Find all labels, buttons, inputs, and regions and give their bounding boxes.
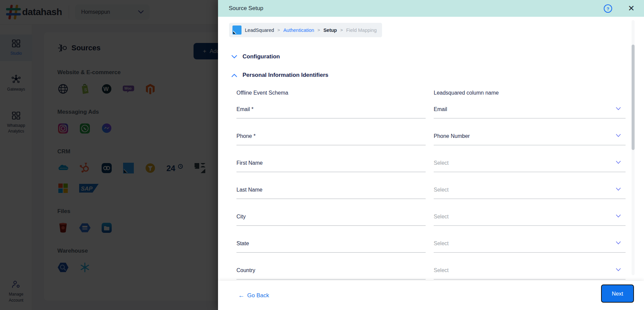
input-underline	[236, 199, 426, 199]
modal-title: Source Setup	[229, 5, 263, 12]
column-select-city[interactable]: Select	[434, 210, 626, 237]
mapping-row-state: State Select	[236, 237, 626, 264]
schema-label: State	[236, 241, 249, 247]
schema-label: Phone *	[236, 133, 256, 139]
schema-label: First Name	[236, 160, 263, 166]
mapping-row-last-name: Last Name Select	[236, 184, 626, 210]
back-arrow-icon: ←	[238, 292, 245, 299]
mapping-row-email: Email * Email	[236, 103, 626, 130]
schema-field-first-name[interactable]: First Name	[236, 157, 426, 184]
select-value: Phone Number	[434, 133, 470, 139]
input-underline	[236, 252, 426, 253]
breadcrumb-separator: >	[277, 28, 280, 33]
help-button[interactable]: ?	[603, 4, 612, 13]
mapping-row-city: City Select	[236, 210, 626, 237]
breadcrumb: LeadSquared > Authentication > Setup > F…	[229, 23, 382, 37]
field-mapping-form: Email * Email Phone * Phone Number	[236, 103, 626, 281]
column-select-last-name[interactable]: Select	[434, 184, 626, 210]
input-underline	[236, 172, 426, 172]
chevron-down-icon	[616, 268, 621, 271]
svg-text:?: ?	[606, 6, 609, 11]
section-personal-information-identifiers[interactable]: Personal Information Identifiers	[218, 71, 644, 80]
modal-scrollbar-track[interactable]	[632, 20, 635, 275]
modal-header: Source Setup ? ✕	[218, 0, 644, 17]
chevron-down-icon	[616, 214, 621, 218]
column-select-state[interactable]: Select	[434, 237, 626, 264]
schema-field-phone[interactable]: Phone *	[236, 130, 426, 157]
chevron-down-icon	[231, 55, 237, 59]
column-select-email[interactable]: Email	[434, 103, 626, 130]
schema-field-email[interactable]: Email *	[236, 103, 426, 130]
breadcrumb-leadsquared: LeadSquared	[245, 28, 274, 33]
input-underline	[434, 225, 626, 226]
mapping-row-phone: Phone * Phone Number	[236, 130, 626, 157]
input-underline	[434, 252, 626, 253]
column-select-phone[interactable]: Phone Number	[434, 130, 626, 157]
input-underline	[236, 118, 426, 118]
chevron-down-icon	[616, 188, 621, 191]
chevron-up-icon	[231, 73, 237, 77]
column-select-country[interactable]: Select	[434, 264, 626, 281]
select-placeholder: Select	[434, 214, 448, 220]
go-back-button[interactable]: ← Go Back	[238, 292, 269, 299]
input-underline	[434, 279, 626, 279]
mapping-row-first-name: First Name Select	[236, 157, 626, 184]
input-underline	[236, 279, 426, 279]
leadsquared-logo-icon	[232, 25, 241, 35]
mapping-row-country: Country Select	[236, 264, 626, 281]
section-title-pii: Personal Information Identifiers	[243, 72, 328, 79]
schema-label: Country	[236, 267, 255, 273]
breadcrumb-authentication[interactable]: Authentication	[283, 28, 314, 33]
column-header-leadsquared-column-name: Leadsquared column name	[434, 90, 499, 96]
schema-field-state[interactable]: State	[236, 237, 426, 264]
input-underline	[236, 145, 426, 145]
input-underline	[434, 118, 626, 118]
modal-body: LeadSquared > Authentication > Setup > F…	[218, 17, 644, 281]
select-placeholder: Select	[434, 160, 448, 166]
input-underline	[434, 145, 626, 145]
input-underline	[434, 172, 626, 172]
section-configuration[interactable]: Configuration	[218, 52, 644, 61]
input-underline	[236, 225, 426, 226]
section-title-configuration: Configuration	[243, 53, 280, 60]
chevron-down-icon	[616, 107, 621, 110]
input-underline	[434, 199, 626, 199]
help-icon: ?	[603, 4, 612, 13]
go-back-label: Go Back	[247, 292, 269, 299]
schema-field-city[interactable]: City	[236, 210, 426, 237]
select-placeholder: Select	[434, 241, 448, 247]
schema-label: Email *	[236, 106, 254, 112]
chevron-down-icon	[616, 134, 621, 137]
breadcrumb-separator: >	[318, 28, 320, 33]
breadcrumb-separator: >	[340, 28, 343, 33]
breadcrumb-field-mapping: Field Mapping	[346, 28, 377, 33]
schema-field-country[interactable]: Country	[236, 264, 426, 281]
select-placeholder: Select	[434, 267, 448, 273]
select-value: Email	[434, 106, 447, 112]
close-button[interactable]: ✕	[628, 4, 635, 12]
schema-label: City	[236, 214, 246, 220]
modal-scrollbar-thumb[interactable]	[632, 45, 635, 150]
source-setup-modal: Source Setup ? ✕ LeadSquared > Authentic…	[218, 0, 644, 310]
modal-footer: ← Go Back Next	[218, 281, 644, 310]
chevron-down-icon	[616, 161, 621, 164]
column-header-offline-event-schema: Offline Event Schema	[236, 90, 288, 96]
schema-field-last-name[interactable]: Last Name	[236, 184, 426, 210]
chevron-down-icon	[616, 241, 621, 245]
select-placeholder: Select	[434, 187, 448, 193]
next-button[interactable]: Next	[601, 285, 634, 303]
schema-label: Last Name	[236, 187, 262, 193]
breadcrumb-setup[interactable]: Setup	[323, 28, 337, 33]
modal-backdrop[interactable]	[0, 0, 218, 310]
column-select-first-name[interactable]: Select	[434, 157, 626, 184]
close-icon: ✕	[628, 4, 635, 12]
